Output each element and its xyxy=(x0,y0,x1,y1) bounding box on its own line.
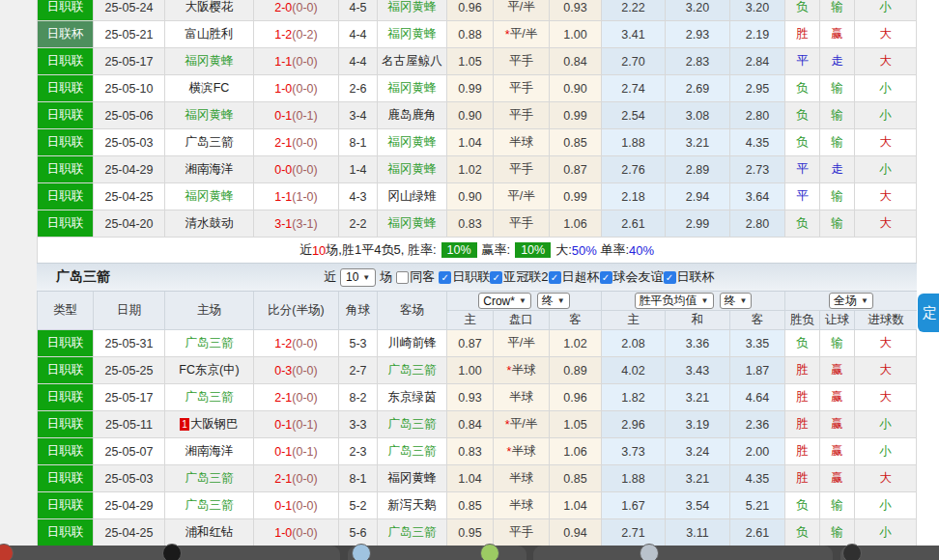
cell-date: 25-04-29 xyxy=(94,156,165,182)
cell-away-team[interactable]: 福冈黄蜂 xyxy=(378,465,447,491)
cell-result-wdl: 胜 xyxy=(785,357,820,383)
cell-euro-draw-odds: 2.99 xyxy=(666,210,730,237)
cell-euro-draw-odds: 3.54 xyxy=(666,492,730,518)
cell-away-team[interactable]: 广岛三箭 xyxy=(378,357,447,383)
league-filter-日联杯[interactable]: ✓日联杯 xyxy=(664,268,715,286)
cell-result-goals: 小 xyxy=(855,492,917,518)
taskbar-app-icon-3[interactable] xyxy=(352,544,371,560)
cell-home-team[interactable]: 横滨FC xyxy=(165,75,254,101)
cell-home-team[interactable]: 湘南海洋 xyxy=(165,438,254,464)
cell-away-team[interactable]: 广岛三箭 xyxy=(378,438,447,464)
win-rate-badge: 10% xyxy=(441,242,477,258)
side-float-button[interactable]: 定 xyxy=(918,294,939,332)
same-venue-checkbox[interactable] xyxy=(396,271,409,284)
taskbar-app-icon-5[interactable] xyxy=(640,544,659,560)
cell-home-team[interactable]: 浦和红钻 xyxy=(165,519,254,546)
cell-asian-away-odds: 1.00 xyxy=(550,21,602,47)
bookmaker-select[interactable]: Crow*▼ xyxy=(478,293,531,309)
checkbox-icon[interactable]: ✓ xyxy=(490,271,502,284)
league-filter-label: 球会友谊 xyxy=(613,268,664,286)
checkbox-icon[interactable]: ✓ xyxy=(664,271,676,284)
league-filter-日职联[interactable]: ✓日职联 xyxy=(439,268,490,286)
chevron-down-icon: ▼ xyxy=(701,296,709,305)
taskbar xyxy=(0,546,939,560)
taskbar-app-icon-2[interactable] xyxy=(162,544,182,560)
cell-home-team[interactable]: 广岛三箭 xyxy=(165,465,254,491)
match-row: 日职联25-05-25FC东京(中)0-3(0-0)2-7广岛三箭1.00*半球… xyxy=(38,357,917,384)
cell-away-team[interactable]: 冈山绿雉 xyxy=(378,183,447,210)
cell-asian-handicap: *平/半 xyxy=(494,21,550,47)
cell-away-team[interactable]: 东京绿茵 xyxy=(378,384,447,410)
cell-euro-lose-odds: 2.19 xyxy=(730,21,785,47)
summary-text: 单率: xyxy=(597,241,629,259)
cell-away-team[interactable]: 新泻天鹅 xyxy=(378,492,447,518)
cell-score: 2-1(0-0) xyxy=(254,129,339,155)
cell-home-team[interactable]: 湘南海洋 xyxy=(165,156,254,182)
match-row: 日职联25-05-03广岛三箭2-1(0-0)8-1福冈黄蜂1.04半球0.85… xyxy=(38,129,917,156)
cell-away-team[interactable]: 福冈黄蜂 xyxy=(378,129,447,155)
cell-away-team[interactable]: 名古屋鲸八 xyxy=(378,48,447,74)
cell-away-team[interactable]: 福冈黄蜂 xyxy=(378,75,447,101)
cell-euro-win-odds: 2.76 xyxy=(602,156,666,182)
cell-euro-draw-odds: 3.43 xyxy=(666,357,730,383)
cell-away-team[interactable]: 福冈黄蜂 xyxy=(378,0,447,20)
cell-date: 25-05-03 xyxy=(94,465,165,491)
scope-select[interactable]: 全场▼ xyxy=(829,293,873,309)
cell-euro-draw-odds: 3.19 xyxy=(666,411,730,437)
cell-date: 25-05-25 xyxy=(94,357,165,383)
cell-home-team[interactable]: 福冈黄蜂 xyxy=(165,102,254,128)
cell-result-handicap: 输 xyxy=(820,210,855,237)
match-count-select[interactable]: 10▼ xyxy=(340,268,376,287)
final-odds-select-1[interactable]: 终▼ xyxy=(537,293,570,309)
cell-asian-handicap: 半球 xyxy=(494,384,550,410)
cell-euro-lose-odds: 4.35 xyxy=(730,465,785,491)
cell-euro-draw-odds: 3.21 xyxy=(666,465,730,491)
cell-score: 0-1(0-1) xyxy=(254,102,339,128)
column-header: 客场 xyxy=(378,292,447,329)
cell-result-goals: 小 xyxy=(855,0,917,20)
cell-euro-lose-odds: 2.36 xyxy=(730,411,785,437)
cell-euro-draw-odds: 2.89 xyxy=(666,156,730,182)
same-venue-checkbox-item[interactable]: 同客 xyxy=(396,268,435,286)
cell-away-team[interactable]: 福冈黄蜂 xyxy=(378,210,447,237)
cell-home-team[interactable]: 清水鼓动 xyxy=(165,210,254,237)
cell-home-team[interactable]: 广岛三箭 xyxy=(165,492,254,518)
cell-away-team[interactable]: 广岛三箭 xyxy=(378,519,447,546)
match-row: 日职联25-04-29广岛三箭0-1(0-0)5-2新泻天鹅0.85半球1.04… xyxy=(38,492,917,519)
cell-away-team[interactable]: 鹿岛鹿角 xyxy=(378,102,447,128)
cell-away-team[interactable]: 福冈黄蜂 xyxy=(378,156,447,182)
odds-header-group: Crow*▼ 终▼ 胜平负均值▼ 终▼ 全场▼ 主盘口客主和客胜负让球进球数 xyxy=(447,292,917,329)
league-filter-球会友谊[interactable]: ✓球会友谊 xyxy=(600,268,664,286)
cell-asian-handicap: *半球 xyxy=(494,438,550,464)
cell-away-team[interactable]: 广岛三箭 xyxy=(378,411,447,437)
result-select-group: 全场▼ xyxy=(785,292,917,310)
cell-away-team[interactable]: 川崎前锋 xyxy=(378,330,447,356)
average-odds-select[interactable]: 胜平负均值▼ xyxy=(635,293,714,309)
cell-home-team[interactable]: 福冈黄蜂 xyxy=(165,183,254,210)
cell-league-type: 日职联 xyxy=(38,129,94,155)
taskbar-app-icon-6[interactable] xyxy=(842,544,862,560)
cell-home-team[interactable]: 大阪樱花 xyxy=(165,0,254,20)
cell-home-team[interactable]: 福冈黄蜂 xyxy=(165,48,254,74)
cell-asian-home-odds: 0.99 xyxy=(447,75,494,101)
cell-home-team[interactable]: 广岛三箭 xyxy=(165,384,254,410)
checkbox-icon[interactable]: ✓ xyxy=(439,271,451,284)
cell-asian-home-odds: 0.85 xyxy=(447,492,494,518)
checkbox-icon[interactable]: ✓ xyxy=(600,271,612,284)
cell-home-team[interactable]: 广岛三箭 xyxy=(165,330,254,356)
league-filter-日超杯[interactable]: ✓日超杯 xyxy=(549,268,600,286)
league-filter-亚冠联2[interactable]: ✓亚冠联2 xyxy=(490,268,548,286)
league-badge: 日职联 xyxy=(38,411,93,437)
checkbox-icon[interactable]: ✓ xyxy=(549,271,561,284)
cell-result-handicap: 走 xyxy=(820,48,855,74)
cell-away-team[interactable]: 福冈黄蜂 xyxy=(378,21,447,47)
cell-home-team[interactable]: 1大阪钢巴 xyxy=(165,411,254,437)
match-row: 日职联25-05-111大阪钢巴0-1(0-1)3-3广岛三箭0.84*平/半1… xyxy=(38,411,917,438)
cell-result-wdl: 胜 xyxy=(785,438,820,464)
cell-league-type: 日职联 xyxy=(38,75,94,101)
cell-home-team[interactable]: FC东京(中) xyxy=(165,357,254,383)
taskbar-app-icon-4[interactable] xyxy=(480,544,499,560)
cell-home-team[interactable]: 广岛三箭 xyxy=(165,129,254,155)
cell-home-team[interactable]: 富山胜利 xyxy=(165,21,254,47)
final-odds-select-2[interactable]: 终▼ xyxy=(720,293,753,309)
